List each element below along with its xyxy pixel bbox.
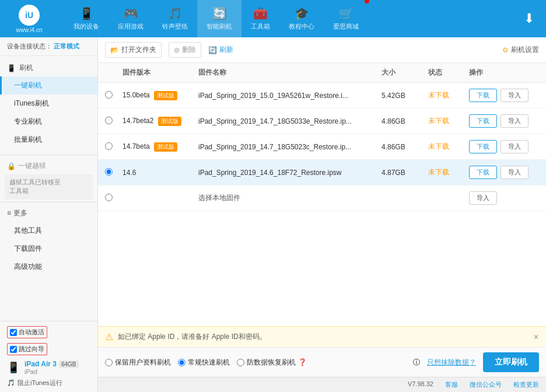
jailbreak-note-text: 越狱工具已转移至工具箱 xyxy=(9,178,61,194)
row2-actions: 下载 导入 xyxy=(469,114,539,128)
row3-radio[interactable] xyxy=(105,142,123,152)
refresh-label: 刷新 xyxy=(219,45,233,55)
sidebar-item-itunes-flash[interactable]: iTunes刷机 xyxy=(0,94,97,113)
device-status-label: 设备连接状态： xyxy=(7,43,52,50)
sidebar-item-pro-flash[interactable]: 专业刷机 xyxy=(0,113,97,131)
refresh-button[interactable]: 🔄 刷新 xyxy=(208,45,233,55)
col-header-version: 固件版本 xyxy=(123,68,198,78)
logo-text: iU xyxy=(25,10,33,20)
nav-icon-apps: 🎮 xyxy=(124,6,138,20)
row-local-radio[interactable] xyxy=(105,194,123,203)
device-status-mode: 正常模式 xyxy=(54,43,79,50)
nav-label-shop: 爱思商城 xyxy=(333,22,359,31)
row4-radio[interactable] xyxy=(105,168,123,177)
skip-guide-input[interactable] xyxy=(10,346,17,353)
option-quick-flash[interactable]: 常规快速刷机 xyxy=(178,358,230,368)
settings-button[interactable]: ⚙ 刷机设置 xyxy=(502,45,539,55)
sidebar-label-itunes-flash: iTunes刷机 xyxy=(14,99,49,107)
wechat-link[interactable]: 微信公众号 xyxy=(470,380,502,389)
row1-status: 未下载 xyxy=(428,90,469,100)
row1-import-button[interactable]: 导入 xyxy=(501,89,528,102)
row1-radio[interactable] xyxy=(105,91,123,100)
nav-icon-ringtones: 🎵 xyxy=(168,6,183,20)
delete-icon: ⊘ xyxy=(174,46,180,54)
col-header-size: 大小 xyxy=(382,68,428,78)
sidebar-item-other-tools[interactable]: 其他工具 xyxy=(0,222,97,240)
folder-icon: 📂 xyxy=(110,46,119,54)
row3-download-button[interactable]: 下载 xyxy=(469,140,497,153)
nav-item-shop[interactable]: 🛒 爱思商城 xyxy=(324,0,368,37)
row4-size: 4.87GB xyxy=(382,169,428,177)
open-folder-button[interactable]: 📂 打开文件夹 xyxy=(105,42,162,58)
nav-item-ringtones[interactable]: 🎵 铃声壁纸 xyxy=(153,0,197,37)
sidebar-item-one-key-flash[interactable]: 一键刷机 xyxy=(0,76,97,94)
option-keep-data[interactable]: 保留用户资料刷机 xyxy=(105,358,171,368)
service-link[interactable]: 客服 xyxy=(445,380,458,389)
download-button[interactable]: ⬇ xyxy=(518,11,540,26)
quick-flash-radio[interactable] xyxy=(178,359,186,366)
sidebar-label-advanced: 高级功能 xyxy=(14,262,42,271)
recover-radio[interactable] xyxy=(237,359,244,366)
nav-bar: 📱 我的设备 🎮 应用游戏 🎵 铃声壁纸 🔄 智能刷机 🧰 工具箱 🎓 教程中心… xyxy=(64,0,518,37)
main-container: 设备连接状态： 正常模式 📱 刷机 一键刷机 iTunes刷机 专业刷机 批量刷… xyxy=(0,37,546,392)
row3-import-button[interactable]: 导入 xyxy=(501,140,528,153)
update-link[interactable]: 检查更新 xyxy=(513,380,539,389)
nav-item-tutorials[interactable]: 🎓 教程中心 xyxy=(279,0,324,37)
row-local-import-button[interactable]: 导入 xyxy=(469,191,497,205)
row2-download-button[interactable]: 下载 xyxy=(469,114,497,128)
sidebar-label-download-firmware: 下载固件 xyxy=(14,244,42,253)
flash-section: 📱 刷机 一键刷机 iTunes刷机 专业刷机 批量刷机 xyxy=(0,56,97,152)
device-type-label: iPad xyxy=(24,368,79,375)
itunes-label: 阻止iTunes运行 xyxy=(18,379,62,387)
quick-flash-label: 常规快速刷机 xyxy=(188,358,230,368)
nav-item-flash[interactable]: 🔄 智能刷机 xyxy=(197,0,242,37)
jailbreak-label: 一键越狱 xyxy=(18,161,46,171)
col-header-action: 操作 xyxy=(469,68,539,78)
row4-filename: iPad_Spring_2019_14.6_18F72_Restore.ipsw xyxy=(198,169,382,177)
flash-now-button[interactable]: 立即刷机 xyxy=(483,352,539,372)
keep-data-radio[interactable] xyxy=(105,359,113,366)
sidebar-item-download-firmware[interactable]: 下载固件 xyxy=(0,240,97,258)
row4-download-button[interactable]: 下载 xyxy=(469,166,497,179)
row4-import-button[interactable]: 导入 xyxy=(501,166,528,179)
row3-actions: 下载 导入 xyxy=(469,140,539,153)
row2-radio[interactable] xyxy=(105,117,123,126)
delete-button[interactable]: ⊘ 删除 xyxy=(169,42,201,58)
help-icon[interactable]: ❓ xyxy=(298,358,307,366)
sidebar-item-advanced[interactable]: 高级功能 xyxy=(0,258,97,276)
auto-activate-input[interactable] xyxy=(10,329,17,336)
auto-activate-checkbox[interactable]: 自动激活 xyxy=(7,326,47,338)
version-label: V7.98.32 xyxy=(408,380,433,389)
warning-bar: ⚠ 如已绑定 Apple ID，请准备好 Apple ID和密码。 ✕ xyxy=(98,326,546,347)
nav-item-my-device[interactable]: 📱 我的设备 xyxy=(64,0,108,37)
keep-data-label: 保留用户资料刷机 xyxy=(115,358,171,368)
option-recover[interactable]: 防数据恢复刷机 ❓ xyxy=(237,358,307,368)
nav-icon-flash: 🔄 xyxy=(212,6,227,20)
device-info: 📱 iPad Air 3 64GB iPad xyxy=(7,360,90,375)
row1-size: 5.42GB xyxy=(382,92,428,100)
row2-import-button[interactable]: 导入 xyxy=(501,114,528,128)
sidebar-divider-1 xyxy=(0,155,97,155)
more-icon: ≡ xyxy=(7,209,11,217)
table-row: 14.7beta2 测试版 iPad_Spring_2019_14.7_18G5… xyxy=(98,108,546,134)
row2-badge: 测试版 xyxy=(158,117,181,126)
warning-close-button[interactable]: ✕ xyxy=(533,333,539,341)
sidebar-label-one-key-flash: 一键刷机 xyxy=(14,81,42,89)
nav-item-apps[interactable]: 🎮 应用游戏 xyxy=(108,0,153,37)
device-storage: 64GB xyxy=(59,360,79,368)
row4-actions: 下载 导入 xyxy=(469,166,539,179)
row1-version: 15.0beta 测试版 xyxy=(123,91,198,100)
nav-label-flash: 智能刷机 xyxy=(206,22,232,31)
skip-guide-checkbox[interactable]: 跳过向导 xyxy=(7,343,47,355)
row1-filename: iPad_Spring_2019_15.0_19A5261w_Restore.i… xyxy=(198,92,382,100)
nav-item-tools[interactable]: 🧰 工具箱 xyxy=(242,0,279,37)
only-delete-link[interactable]: 只想抹除数据？ xyxy=(427,358,476,368)
sidebar-item-batch-flash[interactable]: 批量刷机 xyxy=(0,131,97,149)
device-status-bar: 设备连接状态： 正常模式 xyxy=(0,37,97,56)
row1-actions: 下载 导入 xyxy=(469,89,539,102)
footer-links: V7.98.32 客服 微信公众号 检查更新 xyxy=(408,380,539,389)
logo-icon: iU xyxy=(19,5,40,26)
sidebar-divider-2 xyxy=(0,202,97,202)
row1-download-button[interactable]: 下载 xyxy=(469,89,497,102)
download-icon: ⬇ xyxy=(524,11,534,26)
